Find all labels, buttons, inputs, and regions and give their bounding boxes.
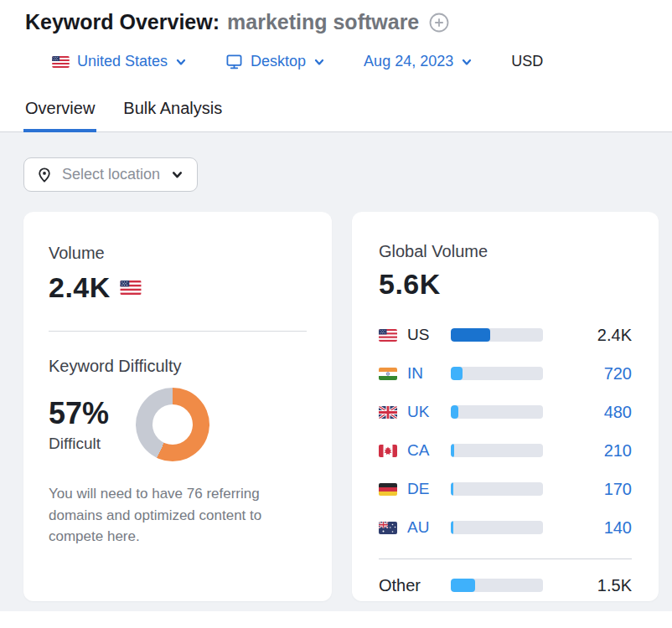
card-divider: [49, 331, 307, 332]
country-volume: 1.5K: [543, 576, 632, 595]
volume-label: Volume: [49, 244, 307, 263]
global-volume-value: 5.6K: [379, 268, 441, 301]
kd-donut-hole: [152, 404, 193, 445]
country-code: AU: [407, 518, 451, 537]
country-code: DE: [407, 480, 451, 498]
country-code: CA: [407, 441, 451, 460]
country-filter-label: United States: [77, 53, 168, 70]
location-pin-icon: [36, 167, 53, 183]
chevron-down-icon: [313, 56, 325, 68]
tab-bar: Overview Bulk Analysis: [0, 92, 672, 132]
volume-bar: [451, 328, 543, 342]
page-content: Select location Volume 2.4K: [0, 132, 672, 611]
kd-value-block: 57% Difficult: [49, 396, 109, 453]
tab-overview[interactable]: Overview: [23, 92, 96, 132]
country-volume: 210: [543, 441, 632, 461]
global-volume-card: Global Volume 5.6K: [352, 212, 659, 601]
tab-bulk-analysis[interactable]: Bulk Analysis: [121, 92, 224, 132]
country-row-in[interactable]: IN 720: [379, 354, 632, 393]
country-code: IN: [407, 364, 451, 383]
kd-percent: 57%: [49, 396, 109, 431]
page-title-keyword: marketing software: [227, 10, 419, 34]
flag-de-icon: [379, 483, 397, 496]
date-filter-label: Aug 24, 2023: [364, 53, 453, 70]
country-row-uk[interactable]: UK 480: [379, 393, 632, 431]
volume-card: Volume 2.4K Keyword Difficulty: [23, 212, 332, 601]
kd-donut-chart: [136, 388, 209, 461]
global-volume-label: Global Volume: [379, 242, 632, 261]
cards-row: Volume 2.4K Keyword Difficulty: [23, 212, 659, 601]
flag-us-icon: [379, 329, 397, 342]
country-row-de[interactable]: DE 170: [379, 470, 632, 508]
volume-bar: [451, 521, 543, 534]
flag-us-icon: [120, 281, 142, 295]
country-volume: 2.4K: [543, 326, 632, 345]
select-location-placeholder: Select location: [62, 166, 160, 183]
country-volume-list: US 2.4K IN 720: [379, 316, 632, 605]
kd-level: Difficult: [49, 435, 109, 453]
volume-bar: [451, 405, 543, 419]
country-row-other: Other 1.5K: [379, 566, 632, 605]
country-volume: 170: [543, 480, 632, 499]
country-row-ca[interactable]: CA 210: [379, 431, 632, 470]
country-volume: 480: [543, 403, 632, 422]
other-divider: [379, 559, 632, 559]
volume-value: 2.4K: [49, 271, 111, 304]
country-code: US: [407, 326, 451, 344]
country-volume: 140: [543, 518, 632, 538]
flag-uk-icon: [379, 406, 397, 419]
flag-au-icon: [379, 522, 397, 534]
country-row-au[interactable]: AU 140: [379, 508, 632, 547]
page-title-label: Keyword Overview:: [25, 10, 220, 34]
device-filter[interactable]: Desktop: [225, 53, 325, 70]
flag-in-icon: [379, 368, 397, 380]
chevron-down-icon: [171, 168, 184, 181]
country-filter[interactable]: United States: [52, 53, 187, 70]
chevron-down-icon: [175, 56, 187, 68]
country-row-us: US 2.4K: [379, 316, 632, 354]
page-title: Keyword Overview: marketing software: [25, 10, 647, 34]
keyword-difficulty-label: Keyword Difficulty: [49, 357, 307, 376]
kd-note: You will need to have 76 referring domai…: [49, 483, 304, 548]
other-label: Other: [379, 576, 451, 595]
page-header: Keyword Overview: marketing software: [0, 0, 672, 70]
volume-bar: [451, 482, 543, 496]
date-filter[interactable]: Aug 24, 2023: [364, 53, 473, 70]
add-keyword-icon[interactable]: [428, 12, 450, 33]
device-filter-label: Desktop: [251, 53, 306, 70]
select-location-dropdown[interactable]: Select location: [23, 157, 198, 192]
chevron-down-icon: [461, 56, 473, 68]
desktop-icon: [225, 53, 243, 70]
country-volume: 720: [543, 364, 632, 383]
country-code: UK: [407, 403, 451, 421]
flag-us-icon: [52, 56, 70, 68]
volume-bar: [451, 444, 543, 457]
flag-ca-icon: [379, 445, 397, 457]
currency-label: USD: [511, 53, 543, 70]
filters-bar: United States Desktop Aug 24, 2023 USD: [25, 53, 647, 70]
volume-bar: [451, 579, 543, 592]
volume-bar: [451, 367, 543, 380]
